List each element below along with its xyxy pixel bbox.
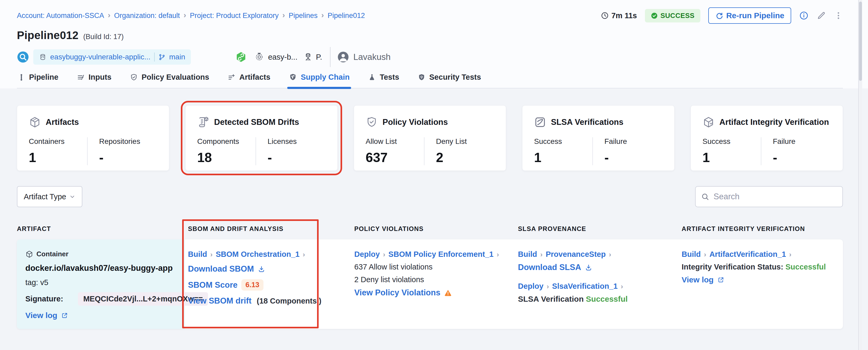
search-icon <box>701 192 709 201</box>
stat-label: Repositories <box>99 137 158 146</box>
service-chip: easy-b... <box>254 52 297 62</box>
shield-check-icon <box>130 73 138 81</box>
tab-bar: Pipeline Inputs Policy Evaluations Artif… <box>17 73 843 88</box>
stat-label: Components <box>197 137 255 146</box>
tab-label: Tests <box>380 73 399 82</box>
supply-chain-shield-icon <box>289 73 297 81</box>
tab-label: Policy Evaluations <box>142 73 209 82</box>
info-icon[interactable] <box>799 11 809 20</box>
chevron-separator-icon: › <box>789 251 792 258</box>
stat-label: Licenses <box>268 137 326 146</box>
tab-artifacts[interactable]: Artifacts <box>227 73 271 88</box>
summary-cards: Artifacts Containers1 Repositories- Dete… <box>17 105 843 171</box>
slsa-verification-text: SLSA Verification <box>518 294 584 303</box>
sbom-score-link[interactable]: SBOM Score <box>188 280 238 290</box>
download-sbom-label: Download SBOM <box>188 264 254 274</box>
tab-policy-evaluations[interactable]: Policy Evaluations <box>129 73 210 88</box>
chevron-separator-icon: › <box>547 283 549 290</box>
codebase-icon <box>17 51 29 63</box>
card-artifact-integrity-verification: Artifact Integrity Verification Success1… <box>691 105 843 171</box>
breadcrumb-pipelines[interactable]: Pipelines <box>289 11 318 20</box>
stat-value: 1 <box>29 150 87 165</box>
search-box <box>695 186 843 207</box>
download-sbom-link[interactable]: Download SBOM <box>188 264 265 274</box>
chevron-separator-icon: › <box>210 251 213 258</box>
chevron-separator-icon: › <box>621 283 623 290</box>
tab-security-tests[interactable]: Security Tests <box>417 73 482 88</box>
tab-pipeline[interactable]: Pipeline <box>17 73 59 88</box>
duration: 7m 11s <box>601 11 637 20</box>
integrity-stage-link[interactable]: Build <box>682 250 701 259</box>
stat-value: - <box>268 150 326 165</box>
integrity-status-text: Integrity Verification Status: <box>682 263 783 271</box>
rerun-pipeline-label: Re-run Pipeline <box>726 11 784 20</box>
chevron-separator-icon: › <box>108 11 110 19</box>
tab-inputs[interactable]: Inputs <box>76 73 112 88</box>
card-detected-sbom-drifts: Detected SBOM Drifts Components18 Licens… <box>185 105 338 171</box>
column-header-artifact: ARTIFACT <box>17 221 185 240</box>
external-link-icon <box>717 276 724 284</box>
rerun-pipeline-button[interactable]: Re-run Pipeline <box>708 7 791 24</box>
repo-branch-chip[interactable]: easybuggy-vulnerable-applic... main <box>33 50 191 65</box>
artifacts-table: ARTIFACT SBOM AND DRIFT ANALYSIS POLICY … <box>17 221 843 329</box>
view-sbom-drift-link[interactable]: View SBOM drift <box>188 296 252 306</box>
cube-icon <box>29 116 41 128</box>
stat-value: 1 <box>534 150 592 165</box>
status-badge: SUCCESS <box>645 9 701 23</box>
branch-name: main <box>169 53 185 61</box>
stat-label: Failure <box>604 137 663 146</box>
stat-value: 637 <box>366 150 424 165</box>
policy-step-link[interactable]: SBOM Policy Enforcement_1 <box>388 250 493 259</box>
column-header-integrity: ARTIFACT INTEGRITY VERIFICATION <box>678 221 843 240</box>
tab-tests[interactable]: Tests <box>368 73 400 88</box>
search-input[interactable] <box>714 192 837 201</box>
card-slsa-verifications: SLSA Verifications Success1 Failure- <box>522 105 675 171</box>
avatar <box>337 51 349 63</box>
sbom-stage-link[interactable]: Build <box>188 250 207 259</box>
slsa-step2-link[interactable]: SlsaVerification_1 <box>552 282 618 291</box>
artifact-type-dropdown[interactable]: Artifact Type <box>17 186 82 207</box>
vertical-scrollbar[interactable] <box>858 0 862 350</box>
view-log-link[interactable]: View log <box>25 311 68 320</box>
slsa-step1-link[interactable]: ProvenanceStep <box>546 250 606 259</box>
connector-chip <box>235 51 247 63</box>
chevron-separator-icon: › <box>184 11 186 19</box>
chevron-separator-icon: › <box>383 251 385 258</box>
breadcrumb-pipeline012[interactable]: Pipeline012 <box>328 11 365 20</box>
breadcrumb-account[interactable]: Account: Automation-SSCA <box>17 11 104 20</box>
chevron-separator-icon: › <box>321 11 324 19</box>
container-cube-icon <box>25 250 33 258</box>
repo-name: easybuggy-vulnerable-applic... <box>50 53 151 61</box>
deny-list-violations: 2 Deny list violations <box>354 275 424 284</box>
tab-label: Security Tests <box>429 73 481 82</box>
breadcrumb-project[interactable]: Project: Product Exploratory <box>190 11 279 20</box>
breadcrumb-organization[interactable]: Organization: default <box>114 11 180 20</box>
view-policy-violations-link[interactable]: View Policy Violations <box>354 288 440 297</box>
sbom-cell: Build › SBOM Orchestration_1 › Download … <box>185 240 351 329</box>
repository-icon <box>39 53 46 61</box>
download-slsa-link[interactable]: Download SLSA <box>518 263 592 272</box>
sbom-drift-count: (18 Components ) <box>257 297 321 306</box>
kebab-menu-icon[interactable] <box>834 11 843 20</box>
card-title: Artifacts <box>46 118 79 127</box>
integrity-step-link[interactable]: ArtifactVerification_1 <box>709 250 786 259</box>
cube-icon <box>703 116 715 128</box>
shield-check-icon <box>366 116 378 128</box>
slsa-stage1-link[interactable]: Build <box>518 250 537 259</box>
divider <box>330 47 331 67</box>
slsa-icon <box>534 116 546 128</box>
scrollbar-thumb[interactable] <box>859 2 862 81</box>
breadcrumb: Account: Automation-SSCA › Organization:… <box>17 11 365 20</box>
view-log-link[interactable]: View log <box>682 275 724 284</box>
git-branch-icon <box>158 54 165 61</box>
slsa-stage2-link[interactable]: Deploy <box>518 282 544 291</box>
sbom-score-badge: 6.13 <box>241 279 264 291</box>
policy-stage-link[interactable]: Deploy <box>354 250 380 259</box>
integrity-verification-cell: Build › ArtifactVerification_1 › Integri… <box>678 240 843 329</box>
stat-label: Failure <box>773 137 831 146</box>
integrity-status-value: Successful <box>785 263 826 271</box>
sbom-step-link[interactable]: SBOM Orchestration_1 <box>216 250 299 259</box>
edit-pencil-icon[interactable] <box>816 11 826 20</box>
tab-label: Inputs <box>88 73 112 82</box>
tab-supply-chain[interactable]: Supply Chain <box>288 73 350 88</box>
